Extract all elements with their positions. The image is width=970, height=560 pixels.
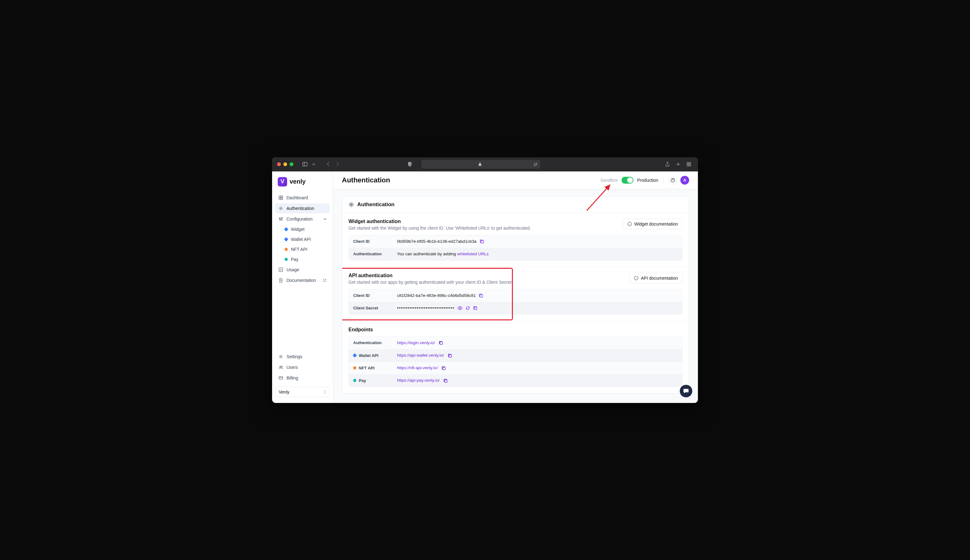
api-auth-section: API authentication Get started with our … [342, 267, 689, 321]
close-window-button[interactable] [277, 162, 281, 166]
button-label: Widget documentation [634, 222, 678, 227]
brand-logo[interactable]: V venly [275, 177, 330, 193]
nav-usage[interactable]: Usage [275, 265, 330, 275]
browser-window: V venly Dashboard Authentication [272, 157, 698, 403]
nav-users[interactable]: Users [275, 362, 330, 372]
section-description: Get started with our apps by getting aut… [348, 280, 513, 285]
minimize-window-button[interactable] [283, 162, 287, 166]
help-button[interactable] [669, 176, 677, 185]
copy-icon[interactable] [479, 293, 483, 298]
table-row: Client ID 0b959b7e-bf05-4b1b-b136-ed27ab… [349, 235, 682, 248]
diamond-blue-icon [284, 237, 288, 241]
table-row: Client ID c81f2842-ba7e-463e-896c-c4b6d5… [349, 289, 682, 302]
svg-rect-27 [474, 307, 477, 310]
tab-overview-icon[interactable] [685, 160, 693, 168]
nav-documentation[interactable]: Documentation [275, 275, 330, 285]
svg-point-18 [281, 366, 282, 367]
row-key: Client Secret [349, 303, 393, 313]
nav-back-button[interactable] [324, 160, 332, 168]
svg-point-17 [279, 366, 281, 367]
address-bar[interactable] [421, 160, 540, 168]
svg-point-12 [279, 218, 280, 219]
table-row: Wallet API https://api-wallet.venly.io/ [349, 349, 682, 362]
new-tab-icon[interactable] [674, 160, 682, 168]
api-documentation-button[interactable]: API documentation [629, 273, 682, 283]
org-name: Venly [279, 390, 289, 395]
nav-label: Authentication [286, 206, 314, 211]
table-row: NFT API https://nft-api.venly.io/ [349, 362, 682, 374]
section-title: Widget authentication [348, 219, 531, 224]
share-icon[interactable] [664, 160, 672, 168]
info-icon [627, 222, 632, 226]
document-icon [278, 278, 283, 283]
env-production-label: Production [637, 178, 658, 183]
nav-authentication[interactable]: Authentication [275, 203, 330, 213]
nav-configuration[interactable]: Configuration [275, 214, 330, 224]
svg-rect-3 [687, 162, 689, 164]
row-key: Client ID [349, 290, 393, 301]
endpoint-label: Pay [359, 378, 366, 383]
endpoint-label: Authentication [353, 340, 382, 345]
nav-config-widget[interactable]: Widget [275, 225, 330, 234]
nav-config-wallet-api[interactable]: Wallet API [275, 235, 330, 244]
endpoints-table: Authentication https://login.venly.io/ W… [348, 336, 682, 387]
reveal-icon[interactable] [457, 306, 462, 310]
widget-auth-section: Widget authentication Get started with t… [342, 213, 689, 267]
copy-icon[interactable] [480, 239, 484, 244]
sidebar-bottom-nav: Settings Users Billing Venly [275, 352, 330, 397]
nav-label: Usage [286, 267, 299, 272]
widget-documentation-button[interactable]: Widget documentation [623, 219, 682, 229]
nav-sub-label: Pay [291, 257, 298, 262]
table-row: Authentication https://login.venly.io/ [349, 337, 682, 349]
nav-config-nft-api[interactable]: NFT API [275, 245, 330, 254]
copy-icon[interactable] [442, 366, 446, 370]
environment-switch: Sandbox Production [600, 177, 658, 183]
chat-widget-button[interactable] [680, 385, 692, 397]
copy-icon[interactable] [443, 378, 448, 383]
grid-icon [278, 195, 283, 200]
endpoint-label: NFT API [359, 366, 375, 370]
maximize-window-button[interactable] [289, 162, 293, 166]
brand-name: venly [289, 178, 306, 185]
svg-rect-0 [303, 162, 307, 166]
circle-orange-icon [353, 367, 356, 370]
card-header: Authentication [342, 197, 689, 213]
sidebar-toggle-icon[interactable] [301, 160, 309, 168]
whitelisted-urls-link[interactable]: whitelisted URLs [457, 252, 489, 256]
privacy-shield-icon[interactable] [406, 160, 414, 168]
endpoint-url-link[interactable]: https://api-pay.venly.io/ [397, 378, 440, 383]
reload-icon[interactable] [534, 162, 538, 167]
page-header: Authentication Sandbox Production A [333, 172, 698, 189]
svg-point-16 [280, 356, 281, 357]
regenerate-icon[interactable] [466, 306, 470, 310]
nav-billing[interactable]: Billing [275, 373, 330, 383]
client-secret-value: •••••••••••••••••••••••••••••••• [397, 306, 454, 310]
endpoint-url-link[interactable]: https://api-wallet.venly.io/ [397, 353, 444, 358]
nav-config-pay[interactable]: Pay [275, 255, 330, 264]
org-switcher[interactable]: Venly [275, 387, 330, 397]
copy-icon[interactable] [448, 353, 452, 358]
copy-icon[interactable] [473, 306, 477, 310]
svg-rect-30 [443, 367, 445, 370]
card-title: Authentication [357, 202, 395, 208]
svg-point-13 [281, 219, 281, 220]
lock-icon [478, 162, 482, 166]
chevron-down-icon[interactable] [309, 160, 318, 168]
endpoint-label: Wallet API [359, 353, 378, 358]
user-avatar[interactable]: A [681, 176, 689, 185]
environment-toggle[interactable] [622, 177, 634, 183]
svg-rect-7 [279, 196, 281, 197]
circle-teal-icon [284, 258, 288, 261]
table-row: Client Secret ••••••••••••••••••••••••••… [349, 302, 682, 314]
svg-rect-8 [281, 196, 283, 197]
endpoint-url-link[interactable]: https://login.venly.io/ [397, 340, 435, 345]
nav-settings[interactable]: Settings [275, 352, 330, 362]
nav-sub-label: Widget [291, 227, 304, 232]
copy-icon[interactable] [439, 341, 443, 345]
nav-dashboard[interactable]: Dashboard [275, 193, 330, 203]
endpoint-url-link[interactable]: https://nft-api.venly.io/ [397, 365, 438, 370]
nav-forward-button[interactable] [333, 160, 341, 168]
svg-point-21 [350, 204, 352, 205]
env-sandbox-label: Sandbox [600, 178, 618, 183]
svg-point-26 [459, 308, 461, 309]
